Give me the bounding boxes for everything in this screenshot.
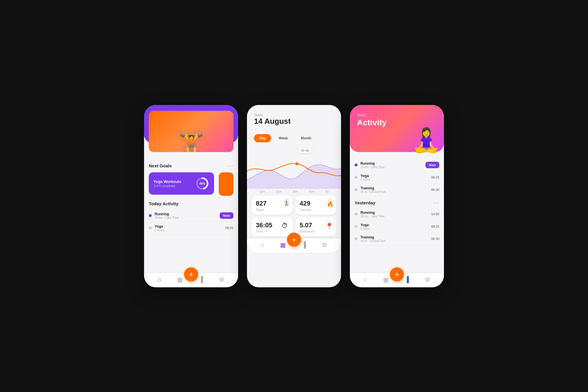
stat-steps: 827 Steps 🏃 xyxy=(252,196,293,214)
donut-chart: 45% xyxy=(195,176,209,191)
goals-title: Next Goals xyxy=(149,163,172,168)
training-today-sub: 40 m · Central Park xyxy=(360,190,431,194)
donut-percent: 45% xyxy=(199,182,205,185)
activity-section-header: Today Activity xyxy=(149,201,233,206)
calendar-icon-3[interactable]: ▦ xyxy=(383,276,389,283)
running-yest-time: 14:00 xyxy=(431,212,439,216)
goal-name: Yoga Workouts xyxy=(153,179,181,184)
fab-button-3[interactable]: + xyxy=(390,267,404,281)
home-icon-3[interactable]: ⌂ xyxy=(364,276,367,283)
today-section: Running 10 km · Lake Toba Now Yoga 1 hou… xyxy=(355,157,439,196)
yoga-yest-sub: 1 hours xyxy=(360,227,431,230)
activity-dot-running xyxy=(149,214,152,217)
yoga-name: Yoga xyxy=(155,224,225,228)
running-yest-sub: 10 km · Lake Toba xyxy=(360,215,431,218)
activity-dot-yoga xyxy=(149,226,152,229)
tab-week[interactable]: Week xyxy=(273,134,293,142)
training-yest-name: Training xyxy=(360,235,431,239)
bottom-nav-2: ⌂ ▦ + ▐ ⚙ xyxy=(247,238,341,253)
info-training-today: Training 40 m · Central Park xyxy=(360,186,431,194)
yoga-time: 08:25 xyxy=(225,226,233,230)
svg-text:📍: 📍 xyxy=(325,222,333,230)
yoga-today-sub: 1 hours xyxy=(360,178,431,181)
chart-area: 23 cal xyxy=(247,145,341,189)
fab-button[interactable]: + xyxy=(184,267,198,281)
training-today-name: Training xyxy=(360,186,431,190)
tab-day[interactable]: Day xyxy=(254,134,271,142)
activity-list: Running 10 km · Lake Toba Now Yoga 1 hou… xyxy=(149,210,233,234)
yoga-figure: 🧘‍♀️ xyxy=(412,129,441,152)
info-yoga-yest: Yoga 1 hours xyxy=(360,223,431,230)
list-item: Running 10 km · Lake Toba Now xyxy=(355,159,439,171)
info-training-yest: Training 40 m · Central Park xyxy=(360,235,431,243)
phone-2: Today 14 August Day Week Month 23 cal 1p… xyxy=(247,105,341,287)
calendar-icon-2[interactable]: ▦ xyxy=(280,241,286,248)
phone-3: Today Activity 🧘‍♀️ Running 10 km · Lake… xyxy=(350,105,444,287)
activity-item: Running 10 km · Lake Toba Now xyxy=(149,210,233,222)
yesterday-menu[interactable]: ··· xyxy=(433,200,439,206)
stats-grid: 827 Steps 🏃 429 Calories 🔥 xyxy=(247,193,341,238)
phones-container: August 14, 2020 Good day, John! 👤 🏋️ Nex… xyxy=(144,105,444,287)
phone2-date: 14 August xyxy=(254,117,334,126)
chart-tooltip: 23 cal xyxy=(299,148,311,153)
phone-1: August 14, 2020 Good day, John! 👤 🏋️ Nex… xyxy=(144,105,238,287)
yoga-sub: 1 hours xyxy=(155,228,225,232)
list-item: Training 40 m · Central Park 06:30 xyxy=(355,184,439,196)
list-item: Training 40 m · Central Park 06:30 xyxy=(355,233,439,245)
chart-icon-3[interactable]: ▐ xyxy=(405,276,409,283)
settings-icon[interactable]: ⚙ xyxy=(219,276,224,283)
chart-icon[interactable]: ▐ xyxy=(199,276,203,283)
training-today-time: 06:30 xyxy=(431,188,439,191)
tab-month[interactable]: Month xyxy=(295,134,317,142)
phone1-header: August 14, 2020 Good day, John! 👤 🏋️ xyxy=(144,105,238,143)
settings-icon-2[interactable]: ⚙ xyxy=(322,241,327,248)
yesterday-section: Yesterday ··· Running 10 km · Lake Toba … xyxy=(355,200,439,245)
training-yest-time: 06:30 xyxy=(431,237,439,241)
stat-km: 5.07 Kilometers 📍 xyxy=(295,217,336,236)
list-item: Running 10 km · Lake Toba 14:00 xyxy=(355,208,439,221)
bottom-nav-1: ⌂ ▦ + ▐ ⚙ xyxy=(144,273,238,287)
running-name: Running xyxy=(155,212,220,216)
goal-sub: 2 of 5 completed xyxy=(153,184,181,188)
activity-item-yoga: Yoga 1 hours 08:25 xyxy=(149,222,233,234)
dot-running-yest xyxy=(355,213,358,216)
orange-stub xyxy=(219,172,233,196)
tab-row: Day Week Month xyxy=(247,134,341,142)
info-running-today: Running 10 km · Lake Toba xyxy=(360,161,425,169)
yoga-yest-name: Yoga xyxy=(360,223,431,227)
dot-training-today xyxy=(355,188,358,191)
steps-icon: 🏃 xyxy=(279,198,290,211)
svg-text:⏱: ⏱ xyxy=(281,222,288,229)
fab-button-2[interactable]: + xyxy=(287,233,301,247)
phone3-activity-title: Activity xyxy=(357,118,437,127)
phone1-body: Next Goals ··· Yoga Workouts 2 of 5 comp… xyxy=(144,158,238,273)
home-icon-2[interactable]: ⌂ xyxy=(261,241,264,248)
running-yest-name: Running xyxy=(360,211,431,215)
stat-time: 36:05 Time ⏱ xyxy=(252,217,293,236)
activity-title: Today Activity xyxy=(149,201,178,206)
bottom-nav-3: ⌂ ▦ + ▐ ⚙ xyxy=(350,273,444,287)
home-icon[interactable]: ⌂ xyxy=(158,276,161,283)
time-icon: ⏱ xyxy=(279,220,290,233)
today-activity-list: Running 10 km · Lake Toba Now Yoga 1 hou… xyxy=(355,159,439,196)
svg-point-2 xyxy=(295,162,298,165)
phone3-header: Today Activity 🧘‍♀️ xyxy=(350,105,444,152)
phone2-header: Today 14 August xyxy=(247,105,341,131)
list-item: Yoga 1 hours 08:25 xyxy=(355,221,439,233)
goal-card: Yoga Workouts 2 of 5 completed 45% xyxy=(149,172,214,195)
now-button-3[interactable]: Now xyxy=(425,162,439,168)
phone2-today-label: Today xyxy=(254,113,334,117)
chart-icon-2[interactable]: ▐ xyxy=(302,241,306,248)
yesterday-header: Yesterday ··· xyxy=(355,200,439,206)
yoga-today-name: Yoga xyxy=(360,174,431,178)
yoga-yest-time: 08:25 xyxy=(431,225,439,228)
banner-figure: 🏋️ xyxy=(178,133,204,152)
running-today-name: Running xyxy=(360,161,425,166)
phone3-today-label: Today xyxy=(357,113,437,117)
goals-menu[interactable]: ··· xyxy=(227,163,233,169)
now-button[interactable]: Now xyxy=(220,212,233,219)
calendar-icon[interactable]: ▦ xyxy=(177,276,183,283)
dot-running-today xyxy=(355,164,358,166)
settings-icon-3[interactable]: ⚙ xyxy=(425,276,430,283)
phone3-body: Running 10 km · Lake Toba Now Yoga 1 hou… xyxy=(350,152,444,273)
